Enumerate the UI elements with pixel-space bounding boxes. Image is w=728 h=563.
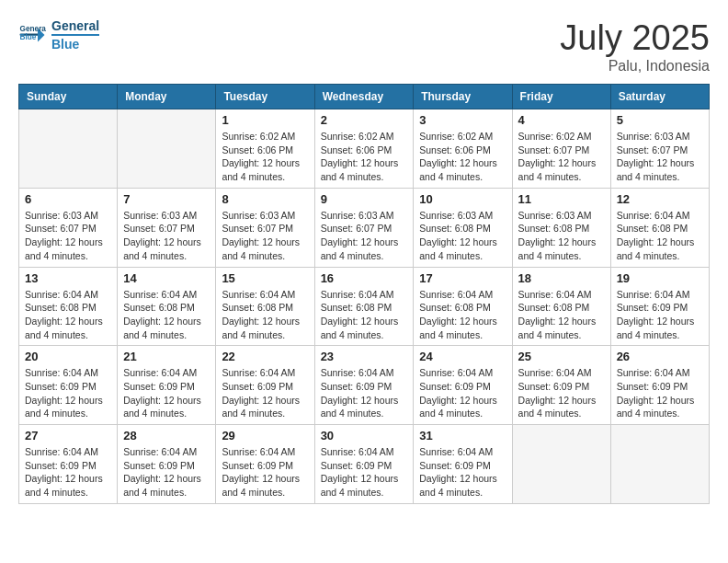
day-info: Sunrise: 6:04 AM Sunset: 6:09 PM Dayligh… <box>25 366 111 420</box>
day-number: 26 <box>617 350 703 363</box>
day-number: 3 <box>419 113 506 127</box>
calendar-cell: 31Sunrise: 6:04 AM Sunset: 6:09 PM Dayli… <box>414 425 512 504</box>
day-info: Sunrise: 6:04 AM Sunset: 6:09 PM Dayligh… <box>123 366 210 420</box>
day-number: 6 <box>25 192 111 206</box>
day-info: Sunrise: 6:04 AM Sunset: 6:09 PM Dayligh… <box>419 445 506 500</box>
calendar-cell: 21Sunrise: 6:04 AM Sunset: 6:09 PM Dayli… <box>118 346 216 425</box>
day-info: Sunrise: 6:04 AM Sunset: 6:09 PM Dayligh… <box>518 366 605 420</box>
weekday-header-thursday: Thursday <box>414 85 512 109</box>
calendar-week-row: 1Sunrise: 6:02 AM Sunset: 6:06 PM Daylig… <box>19 109 710 189</box>
logo-icon: General Blue <box>18 21 46 49</box>
day-info: Sunrise: 6:04 AM Sunset: 6:08 PM Dayligh… <box>617 209 703 263</box>
calendar-cell: 8Sunrise: 6:03 AM Sunset: 6:07 PM Daylig… <box>216 188 314 267</box>
day-info: Sunrise: 6:02 AM Sunset: 6:06 PM Dayligh… <box>222 130 308 184</box>
day-number: 30 <box>321 429 408 442</box>
day-number: 31 <box>419 429 506 442</box>
day-info: Sunrise: 6:04 AM Sunset: 6:08 PM Dayligh… <box>25 288 111 342</box>
day-number: 9 <box>321 192 408 206</box>
day-info: Sunrise: 6:04 AM Sunset: 6:08 PM Dayligh… <box>518 288 605 342</box>
day-number: 27 <box>25 429 111 442</box>
calendar-week-row: 13Sunrise: 6:04 AM Sunset: 6:08 PM Dayli… <box>19 267 710 346</box>
title-block: July 2025 Palu, Indonesia <box>560 18 710 75</box>
day-info: Sunrise: 6:03 AM Sunset: 6:07 PM Dayligh… <box>25 209 111 263</box>
day-info: Sunrise: 6:02 AM Sunset: 6:06 PM Dayligh… <box>321 130 408 184</box>
weekday-header-sunday: Sunday <box>19 85 118 109</box>
day-number: 24 <box>419 350 506 363</box>
logo-line2: Blue <box>51 34 99 52</box>
calendar-cell: 20Sunrise: 6:04 AM Sunset: 6:09 PM Dayli… <box>19 346 118 425</box>
day-info: Sunrise: 6:03 AM Sunset: 6:08 PM Dayligh… <box>518 209 605 263</box>
calendar-cell: 1Sunrise: 6:02 AM Sunset: 6:06 PM Daylig… <box>216 109 314 189</box>
day-info: Sunrise: 6:02 AM Sunset: 6:07 PM Dayligh… <box>518 130 605 184</box>
day-number: 4 <box>518 113 605 127</box>
day-info: Sunrise: 6:04 AM Sunset: 6:09 PM Dayligh… <box>617 288 703 342</box>
day-number: 20 <box>25 350 111 363</box>
calendar-cell <box>118 109 216 189</box>
calendar-cell: 12Sunrise: 6:04 AM Sunset: 6:08 PM Dayli… <box>610 188 709 267</box>
day-info: Sunrise: 6:03 AM Sunset: 6:08 PM Dayligh… <box>419 209 506 263</box>
weekday-header-friday: Friday <box>512 85 610 109</box>
day-number: 5 <box>617 113 703 127</box>
day-number: 17 <box>419 271 506 285</box>
day-info: Sunrise: 6:04 AM Sunset: 6:08 PM Dayligh… <box>419 288 506 342</box>
calendar-table: SundayMondayTuesdayWednesdayThursdayFrid… <box>18 84 710 504</box>
calendar-cell: 28Sunrise: 6:04 AM Sunset: 6:09 PM Dayli… <box>118 425 216 504</box>
day-info: Sunrise: 6:04 AM Sunset: 6:08 PM Dayligh… <box>321 288 408 342</box>
day-number: 25 <box>518 350 605 363</box>
weekday-header-saturday: Saturday <box>610 85 709 109</box>
day-number: 12 <box>617 192 703 206</box>
calendar-cell: 27Sunrise: 6:04 AM Sunset: 6:09 PM Dayli… <box>19 425 118 504</box>
day-info: Sunrise: 6:03 AM Sunset: 6:07 PM Dayligh… <box>617 130 703 184</box>
calendar-week-row: 20Sunrise: 6:04 AM Sunset: 6:09 PM Dayli… <box>19 346 710 425</box>
calendar-cell: 11Sunrise: 6:03 AM Sunset: 6:08 PM Dayli… <box>512 188 610 267</box>
calendar-cell: 5Sunrise: 6:03 AM Sunset: 6:07 PM Daylig… <box>610 109 709 189</box>
calendar-week-row: 27Sunrise: 6:04 AM Sunset: 6:09 PM Dayli… <box>19 425 710 504</box>
day-number: 15 <box>222 271 308 285</box>
calendar-cell: 3Sunrise: 6:02 AM Sunset: 6:06 PM Daylig… <box>414 109 512 189</box>
day-info: Sunrise: 6:04 AM Sunset: 6:09 PM Dayligh… <box>123 445 210 500</box>
day-info: Sunrise: 6:02 AM Sunset: 6:06 PM Dayligh… <box>419 130 506 184</box>
calendar-week-row: 6Sunrise: 6:03 AM Sunset: 6:07 PM Daylig… <box>19 188 710 267</box>
day-number: 14 <box>123 271 210 285</box>
day-number: 18 <box>518 271 605 285</box>
month-title: July 2025 <box>560 18 710 58</box>
day-number: 8 <box>222 192 308 206</box>
day-info: Sunrise: 6:03 AM Sunset: 6:07 PM Dayligh… <box>222 209 308 263</box>
day-number: 1 <box>222 113 308 127</box>
calendar-cell: 18Sunrise: 6:04 AM Sunset: 6:08 PM Dayli… <box>512 267 610 346</box>
calendar-cell: 6Sunrise: 6:03 AM Sunset: 6:07 PM Daylig… <box>19 188 118 267</box>
calendar-cell: 15Sunrise: 6:04 AM Sunset: 6:08 PM Dayli… <box>216 267 314 346</box>
calendar-cell: 17Sunrise: 6:04 AM Sunset: 6:08 PM Dayli… <box>414 267 512 346</box>
day-info: Sunrise: 6:03 AM Sunset: 6:07 PM Dayligh… <box>321 209 408 263</box>
calendar-cell: 13Sunrise: 6:04 AM Sunset: 6:08 PM Dayli… <box>19 267 118 346</box>
weekday-header-tuesday: Tuesday <box>216 85 314 109</box>
day-number: 11 <box>518 192 605 206</box>
svg-text:Blue: Blue <box>20 33 37 41</box>
day-number: 13 <box>25 271 111 285</box>
calendar-cell: 2Sunrise: 6:02 AM Sunset: 6:06 PM Daylig… <box>314 109 414 189</box>
day-number: 21 <box>123 350 210 363</box>
calendar-cell: 10Sunrise: 6:03 AM Sunset: 6:08 PM Dayli… <box>414 188 512 267</box>
day-number: 19 <box>617 271 703 285</box>
calendar-cell: 16Sunrise: 6:04 AM Sunset: 6:08 PM Dayli… <box>314 267 414 346</box>
calendar-cell: 26Sunrise: 6:04 AM Sunset: 6:09 PM Dayli… <box>610 346 709 425</box>
day-info: Sunrise: 6:04 AM Sunset: 6:09 PM Dayligh… <box>617 366 703 420</box>
day-info: Sunrise: 6:03 AM Sunset: 6:07 PM Dayligh… <box>123 209 210 263</box>
calendar-cell: 22Sunrise: 6:04 AM Sunset: 6:09 PM Dayli… <box>216 346 314 425</box>
calendar-cell: 23Sunrise: 6:04 AM Sunset: 6:09 PM Dayli… <box>314 346 414 425</box>
location-title: Palu, Indonesia <box>560 58 710 75</box>
calendar-cell: 9Sunrise: 6:03 AM Sunset: 6:07 PM Daylig… <box>314 188 414 267</box>
calendar-cell <box>19 109 118 189</box>
day-info: Sunrise: 6:04 AM Sunset: 6:08 PM Dayligh… <box>222 288 308 342</box>
day-info: Sunrise: 6:04 AM Sunset: 6:09 PM Dayligh… <box>222 366 308 420</box>
calendar-cell <box>610 425 709 504</box>
day-number: 28 <box>123 429 210 442</box>
svg-text:General: General <box>20 25 47 33</box>
day-number: 10 <box>419 192 506 206</box>
day-info: Sunrise: 6:04 AM Sunset: 6:09 PM Dayligh… <box>321 366 408 420</box>
logo-line1: General <box>51 18 99 34</box>
day-info: Sunrise: 6:04 AM Sunset: 6:09 PM Dayligh… <box>25 445 111 500</box>
day-number: 7 <box>123 192 210 206</box>
day-info: Sunrise: 6:04 AM Sunset: 6:09 PM Dayligh… <box>222 445 308 500</box>
day-number: 23 <box>321 350 408 363</box>
